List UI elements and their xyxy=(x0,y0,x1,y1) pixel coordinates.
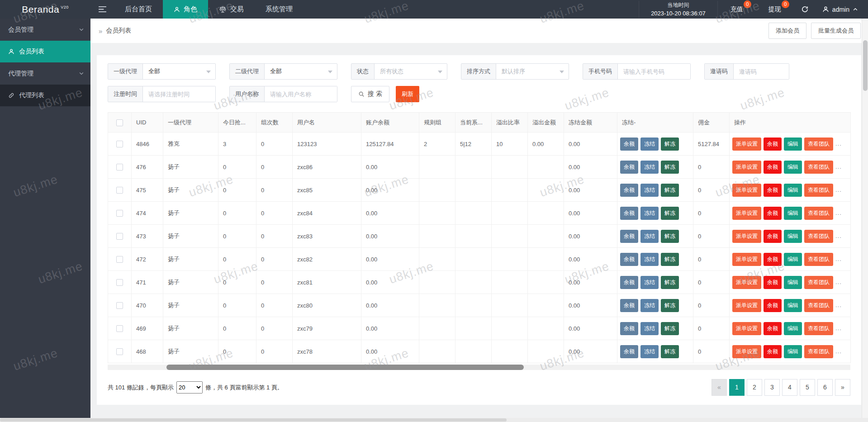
freeze-btn-余额[interactable]: 余额 xyxy=(620,253,638,266)
action-btn-派单设置[interactable]: 派单设置 xyxy=(732,345,761,358)
action-btn-派单设置[interactable]: 派单设置 xyxy=(732,299,761,312)
row-checkbox[interactable] xyxy=(116,256,123,263)
freeze-btn-解冻[interactable]: 解冻 xyxy=(661,161,679,174)
page-next-button[interactable]: » xyxy=(835,379,850,396)
per-page-select[interactable]: 20 xyxy=(176,381,203,394)
select-一级代理[interactable]: 全部 xyxy=(143,64,215,79)
action-btn-派单设置[interactable]: 派单设置 xyxy=(732,322,761,335)
refresh-icon[interactable] xyxy=(794,5,816,13)
freeze-btn-余额[interactable]: 余额 xyxy=(620,322,638,335)
sidebar-group-代理管理[interactable]: 代理管理 xyxy=(0,62,90,85)
page-button-4[interactable]: 4 xyxy=(782,379,797,396)
page-button-2[interactable]: 2 xyxy=(747,379,762,396)
freeze-btn-解冻[interactable]: 解冻 xyxy=(661,253,679,266)
action-btn-派单设置[interactable]: 派单设置 xyxy=(732,138,761,151)
action-btn-编辑[interactable]: 编辑 xyxy=(784,184,802,197)
freeze-btn-冻结[interactable]: 冻结 xyxy=(640,322,659,335)
input-手机号码[interactable] xyxy=(618,64,690,79)
page-button-5[interactable]: 5 xyxy=(800,379,815,396)
freeze-btn-余额[interactable]: 余额 xyxy=(620,276,638,289)
freeze-btn-余额[interactable]: 余额 xyxy=(620,138,638,151)
admin-menu[interactable]: admin xyxy=(816,6,868,13)
row-checkbox[interactable] xyxy=(116,187,123,194)
page-button-6[interactable]: 6 xyxy=(817,379,833,396)
action-btn-派单设置[interactable]: 派单设置 xyxy=(732,253,761,266)
page-button-1[interactable]: 1 xyxy=(729,379,745,396)
action-btn-编辑[interactable]: 编辑 xyxy=(784,230,802,243)
batch-generate-button[interactable]: 批量生成会员 xyxy=(811,23,861,39)
freeze-btn-解冻[interactable]: 解冻 xyxy=(661,322,679,335)
action-btn-余额[interactable]: 余额 xyxy=(764,276,782,289)
input-用户名称[interactable] xyxy=(265,86,337,102)
freeze-btn-余额[interactable]: 余额 xyxy=(620,345,638,358)
action-btn-余额[interactable]: 余额 xyxy=(764,345,782,358)
action-btn-编辑[interactable]: 编辑 xyxy=(784,276,802,289)
more-actions-button[interactable]: ... xyxy=(835,232,842,239)
select-all-checkbox[interactable] xyxy=(116,119,123,126)
page-prev-button[interactable]: « xyxy=(711,379,727,396)
action-btn-余额[interactable]: 余额 xyxy=(764,322,782,335)
freeze-btn-解冻[interactable]: 解冻 xyxy=(661,230,679,243)
page-horizontal-scrollbar-thumb[interactable] xyxy=(0,418,507,422)
freeze-btn-余额[interactable]: 余额 xyxy=(620,184,638,197)
sidebar-item-会员列表[interactable]: 会员列表 xyxy=(0,41,90,62)
action-btn-查看团队[interactable]: 查看团队 xyxy=(804,184,833,197)
nav-item-系统管理[interactable]: 系统管理 xyxy=(255,0,304,19)
add-member-button[interactable]: 添加会员 xyxy=(768,23,806,39)
action-btn-编辑[interactable]: 编辑 xyxy=(784,253,802,266)
search-button[interactable]: 搜 索 xyxy=(351,86,389,102)
action-btn-查看团队[interactable]: 查看团队 xyxy=(804,276,833,289)
action-btn-编辑[interactable]: 编辑 xyxy=(784,322,802,335)
action-btn-查看团队[interactable]: 查看团队 xyxy=(804,207,833,220)
action-btn-派单设置[interactable]: 派单设置 xyxy=(732,184,761,197)
more-actions-button[interactable]: ... xyxy=(835,279,842,285)
row-checkbox[interactable] xyxy=(116,141,123,147)
withdraw-link[interactable]: 提现 0 xyxy=(762,5,787,14)
action-btn-余额[interactable]: 余额 xyxy=(764,161,782,174)
more-actions-button[interactable]: ... xyxy=(835,209,842,216)
vertical-scrollbar[interactable] xyxy=(862,19,868,422)
action-btn-余额[interactable]: 余额 xyxy=(764,230,782,243)
more-actions-button[interactable]: ... xyxy=(835,348,842,355)
action-btn-派单设置[interactable]: 派单设置 xyxy=(732,207,761,220)
action-btn-余额[interactable]: 余额 xyxy=(764,138,782,151)
freeze-btn-冻结[interactable]: 冻结 xyxy=(640,345,659,358)
freeze-btn-解冻[interactable]: 解冻 xyxy=(661,184,679,197)
action-btn-查看团队[interactable]: 查看团队 xyxy=(804,322,833,335)
action-btn-编辑[interactable]: 编辑 xyxy=(784,345,802,358)
freeze-btn-冻结[interactable]: 冻结 xyxy=(640,138,659,151)
row-checkbox[interactable] xyxy=(116,302,123,309)
select-二级代理[interactable]: 全部 xyxy=(265,64,337,79)
page-button-3[interactable]: 3 xyxy=(764,379,780,396)
action-btn-编辑[interactable]: 编辑 xyxy=(784,138,802,151)
row-checkbox[interactable] xyxy=(116,325,123,332)
freeze-btn-解冻[interactable]: 解冻 xyxy=(661,138,679,151)
action-btn-派单设置[interactable]: 派单设置 xyxy=(732,276,761,289)
action-btn-编辑[interactable]: 编辑 xyxy=(784,161,802,174)
action-btn-余额[interactable]: 余额 xyxy=(764,299,782,312)
input-注册时间[interactable] xyxy=(143,86,215,102)
action-btn-查看团队[interactable]: 查看团队 xyxy=(804,299,833,312)
freeze-btn-冻结[interactable]: 冻结 xyxy=(640,253,659,266)
row-checkbox[interactable] xyxy=(116,348,123,355)
sidebar-toggle-icon[interactable] xyxy=(90,0,114,19)
action-btn-派单设置[interactable]: 派单设置 xyxy=(732,230,761,243)
more-actions-button[interactable]: ... xyxy=(835,302,842,308)
freeze-btn-解冻[interactable]: 解冻 xyxy=(661,207,679,220)
select-排序方式[interactable]: 默认排序 xyxy=(496,64,569,79)
freeze-btn-冻结[interactable]: 冻结 xyxy=(640,207,659,220)
freeze-btn-冻结[interactable]: 冻结 xyxy=(640,161,659,174)
page-horizontal-scrollbar[interactable] xyxy=(0,418,868,422)
horizontal-scrollbar-thumb[interactable] xyxy=(166,365,524,370)
vertical-scrollbar-thumb[interactable] xyxy=(863,40,868,91)
freeze-btn-余额[interactable]: 余额 xyxy=(620,230,638,243)
action-btn-查看团队[interactable]: 查看团队 xyxy=(804,253,833,266)
nav-item-角色[interactable]: 角色 xyxy=(163,0,208,19)
freeze-btn-冻结[interactable]: 冻结 xyxy=(640,276,659,289)
recharge-link[interactable]: 充值 0 xyxy=(724,5,749,14)
app-logo[interactable]: Beranda V20 xyxy=(0,0,90,19)
row-checkbox[interactable] xyxy=(116,164,123,171)
freeze-btn-余额[interactable]: 余额 xyxy=(620,207,638,220)
more-actions-button[interactable]: ... xyxy=(835,163,842,170)
freeze-btn-冻结[interactable]: 冻结 xyxy=(640,299,659,312)
